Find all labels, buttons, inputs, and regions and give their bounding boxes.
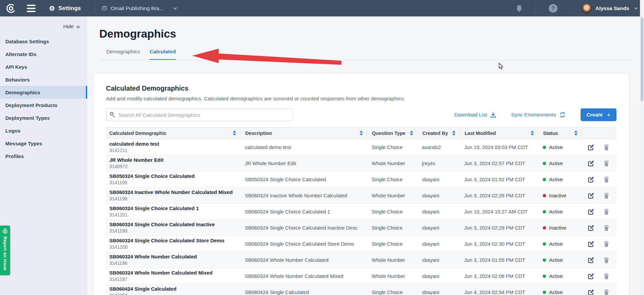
trash-icon[interactable]: [603, 289, 610, 295]
search-box: [106, 108, 293, 121]
table-row[interactable]: JR Whole Number Edit 3140972 JR Whole Nu…: [106, 155, 616, 171]
trash-icon[interactable]: [603, 208, 610, 215]
sort-icon[interactable]: [574, 131, 578, 136]
trash-icon[interactable]: [603, 144, 610, 151]
edit-icon[interactable]: [588, 225, 594, 231]
edit-icon[interactable]: [588, 241, 594, 247]
help-button[interactable]: ?: [549, 4, 557, 13]
status-badge: Inactive: [549, 225, 567, 231]
table-row[interactable]: SB060324 Single Choice Calculated 1 3141…: [106, 204, 616, 220]
sidebar-item-deployment-types[interactable]: Deployment Types: [0, 111, 87, 124]
sidebar: Hide « Database Settings Alternate IDs A…: [0, 16, 87, 295]
scrollbar-thumb[interactable]: [641, 17, 643, 101]
trash-icon[interactable]: [603, 160, 610, 167]
trash-icon[interactable]: [603, 241, 610, 247]
edit-icon[interactable]: [588, 273, 594, 280]
tabs-divider: [99, 60, 629, 60]
table-row[interactable]: SB060324 Whole Number Calculated Mixed 3…: [106, 268, 616, 284]
tab-demographics[interactable]: Demographics: [106, 49, 140, 60]
trash-icon[interactable]: [603, 225, 610, 231]
question-type-cell: Whole Number: [367, 257, 417, 263]
hamburger-menu-icon[interactable]: [27, 5, 36, 12]
trash-icon[interactable]: [603, 176, 610, 183]
sync-environments-button[interactable]: Sync Environments: [511, 111, 566, 118]
sidebar-item-message-types[interactable]: Message Types: [0, 137, 87, 150]
topbar: ⚙ Settings Omail Publishing Bra... ?: [0, 0, 644, 16]
download-list-button[interactable]: Download List: [454, 112, 496, 118]
description-cell: SB060424 Single Calculated: [240, 289, 367, 295]
row-id: 3141197: [109, 277, 236, 283]
last-modified-cell: Jun 10, 2024 03:03 PM CDT: [460, 144, 538, 150]
row-name: calculated demo test: [109, 141, 236, 147]
table-row[interactable]: SB050324 Single Choice Calculated 314119…: [106, 171, 616, 188]
report-issue-label: Report an Issue: [3, 236, 8, 271]
status-badge: Inactive: [549, 193, 567, 198]
question-type-cell: Single Choice: [367, 241, 417, 247]
column-header-description[interactable]: Description: [240, 129, 367, 137]
row-actions: [582, 273, 616, 280]
trash-icon[interactable]: [603, 273, 610, 280]
sidebar-item-api-keys[interactable]: API Keys: [0, 60, 87, 73]
user-menu[interactable]: Alyssa Sands: [581, 3, 638, 14]
chevron-down-icon: [634, 6, 638, 10]
database-selector[interactable]: Omail Publishing Bra...: [101, 5, 177, 11]
sidebar-hide-button[interactable]: Hide «: [0, 16, 87, 32]
scrollbar-track[interactable]: [640, 0, 644, 295]
description-cell: SB060324 Single Choice Calculated Store …: [240, 241, 367, 247]
sort-icon[interactable]: [233, 131, 236, 136]
table-row[interactable]: SB060324 Whole Number Calculated 3141196…: [106, 252, 616, 268]
sidebar-item-database-settings[interactable]: Database Settings: [0, 35, 87, 48]
row-name: SB060324 Single Choice Calculated Store …: [109, 238, 236, 244]
settings-nav[interactable]: ⚙ Settings: [49, 5, 81, 12]
sidebar-item-logos[interactable]: Logos: [0, 124, 87, 137]
sync-environments-label: Sync Environments: [511, 112, 556, 118]
sidebar-item-demographics[interactable]: Demographics: [0, 86, 87, 99]
app-logo-icon[interactable]: [5, 3, 17, 14]
sort-icon[interactable]: [531, 131, 534, 136]
edit-icon[interactable]: [588, 144, 594, 151]
table-row[interactable]: SB060324 Single Choice Calculated Inacti…: [106, 220, 616, 236]
edit-icon[interactable]: [588, 176, 594, 183]
column-header-last-modified[interactable]: Last Modified: [460, 129, 538, 137]
table-row[interactable]: SB060424 Single Calculated 3141204 SB060…: [106, 284, 616, 295]
trash-icon[interactable]: [603, 192, 610, 199]
sidebar-item-alternate-ids[interactable]: Alternate IDs: [0, 48, 87, 60]
edit-icon[interactable]: [588, 192, 594, 199]
edit-icon[interactable]: [588, 289, 594, 295]
tab-calculated[interactable]: Calculated: [150, 49, 176, 60]
row-actions: [582, 225, 616, 231]
column-header-calculated-demographic[interactable]: Calculated Demographic: [106, 129, 240, 137]
sort-icon[interactable]: [410, 131, 413, 136]
create-button[interactable]: Create +: [581, 108, 616, 121]
row-id: 3141196: [109, 260, 236, 266]
settings-label: Settings: [58, 5, 81, 12]
search-input[interactable]: [106, 108, 293, 121]
status-cell: Active: [538, 144, 582, 150]
table-row[interactable]: SB060324 Inactive Whole Number Calculate…: [106, 188, 616, 204]
sidebar-item-profiles[interactable]: Profiles: [0, 150, 87, 162]
column-header-question-type[interactable]: Question Type: [367, 129, 417, 137]
sidebar-item-deployment-products[interactable]: Deployment Products: [0, 99, 87, 111]
table-row[interactable]: SB060324 Single Choice Calculated Store …: [106, 236, 616, 252]
report-issue-button[interactable]: Report an Issue: [0, 226, 10, 275]
calculated-demographic-cell: SB060324 Whole Number Calculated Mixed 3…: [106, 270, 240, 282]
sidebar-item-behaviors[interactable]: Behaviors: [0, 73, 87, 86]
table-row[interactable]: calculated demo test 3141211 calculated …: [106, 139, 616, 155]
notifications-button[interactable]: [516, 4, 523, 12]
edit-icon[interactable]: [588, 257, 594, 263]
sort-icon[interactable]: [360, 131, 363, 136]
table-body: calculated demo test 3141211 calculated …: [106, 139, 616, 295]
question-type-cell: Whole Number: [367, 193, 417, 198]
created-by-cell: sbayani: [417, 225, 460, 231]
column-header-status[interactable]: Status: [538, 129, 582, 137]
edit-icon[interactable]: [588, 160, 594, 167]
description-cell: JR Whole Number Edit: [240, 160, 367, 166]
trash-icon[interactable]: [603, 257, 610, 263]
sidebar-nav-list: Database Settings Alternate IDs API Keys…: [0, 35, 87, 162]
edit-icon[interactable]: [588, 208, 594, 215]
sort-icon[interactable]: [452, 131, 455, 136]
last-modified-cell: Jun 3, 2024 02:29 PM CDT: [460, 225, 538, 231]
column-header-created-by[interactable]: Created By: [417, 129, 460, 137]
last-modified-cell: Jun 3, 2024 01:52 PM CDT: [460, 177, 538, 182]
row-name: SB060324 Single Choice Calculated 1: [109, 205, 236, 212]
